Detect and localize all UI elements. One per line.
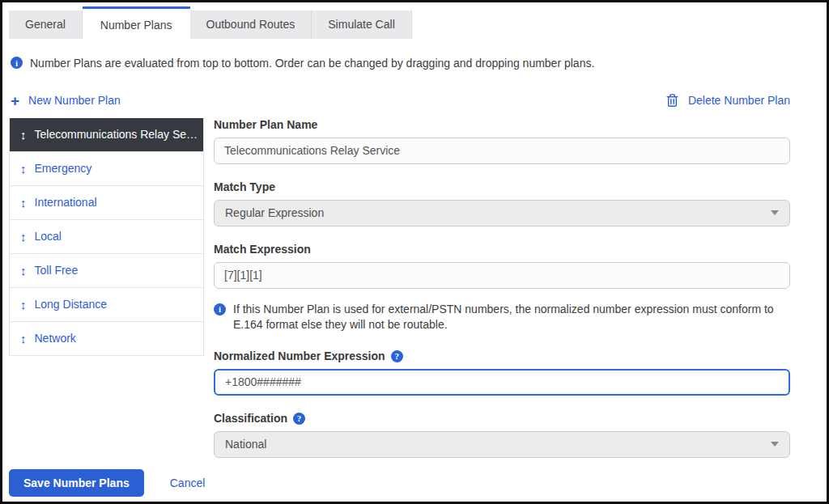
delete-number-plan-label: Delete Number Plan — [688, 94, 790, 107]
plan-item-long-distance[interactable]: ↕ Long Distance — [10, 288, 203, 322]
classification-select[interactable]: National — [214, 431, 790, 458]
match-type-select[interactable]: Regular Expression — [214, 200, 790, 227]
tab-bar: General Number Plans Outbound Routes Sim… — [2, 2, 827, 44]
info-banner: i Number Plans are evaluated from top to… — [11, 56, 818, 72]
number-plan-name-label: Number Plan Name — [214, 118, 790, 131]
plan-item-local[interactable]: ↕ Local — [10, 220, 203, 254]
number-plan-name-input[interactable] — [214, 138, 790, 164]
normalized-number-expression-label: Normalized Number Expression ? — [214, 349, 790, 362]
info-banner-text: Number Plans are evaluated from top to b… — [30, 56, 594, 72]
match-type-label: Match Type — [214, 180, 790, 193]
plan-item-toll-free[interactable]: ↕ Toll Free — [10, 254, 203, 288]
classification-label: Classification ? — [214, 412, 790, 425]
plan-item-telecommunications-relay-service[interactable]: ↕ Telecommunications Relay Se… — [10, 118, 203, 152]
drag-reorder-icon[interactable]: ↕ — [20, 163, 27, 175]
e164-note: i If this Number Plan is used for extern… — [214, 302, 790, 333]
tab-simulate-call[interactable]: Simulate Call — [312, 11, 411, 39]
info-icon: i — [214, 303, 226, 316]
footer-actions: Save Number Plans Cancel — [9, 469, 818, 497]
cancel-button[interactable]: Cancel — [170, 476, 206, 489]
plan-item-label: Local — [35, 230, 62, 243]
help-icon[interactable]: ? — [391, 350, 403, 362]
drag-reorder-icon[interactable]: ↕ — [20, 299, 27, 311]
plan-item-label: Emergency — [35, 162, 92, 175]
plan-item-label: Network — [35, 332, 76, 345]
plan-item-label: Telecommunications Relay Se… — [35, 128, 198, 141]
drag-reorder-icon[interactable]: ↕ — [20, 197, 27, 209]
number-plan-form: Number Plan Name Match Type Regular Expr… — [214, 118, 790, 458]
match-type-selected-value: Regular Expression — [225, 206, 324, 219]
number-plans-page: General Number Plans Outbound Routes Sim… — [0, 0, 829, 504]
classification-label-text: Classification — [214, 412, 287, 425]
drag-reorder-icon[interactable]: ↕ — [20, 231, 27, 243]
drag-reorder-icon[interactable]: ↕ — [20, 332, 27, 345]
plan-item-label: International — [35, 196, 97, 209]
match-expression-input[interactable] — [214, 262, 790, 289]
match-expression-label-text: Match Expression — [214, 243, 311, 256]
plan-item-label: Toll Free — [35, 264, 79, 277]
drag-reorder-icon[interactable]: ↕ — [20, 265, 27, 277]
actions-row: + New Number Plan Delete Number Plan — [11, 93, 790, 108]
number-plan-list: ↕ Telecommunications Relay Se… ↕ Emergen… — [9, 118, 204, 356]
tab-outbound-routes[interactable]: Outbound Routes — [190, 11, 312, 39]
normalized-number-expression-input[interactable] — [214, 369, 790, 396]
trash-icon — [665, 93, 679, 108]
classification-selected-value: National — [225, 438, 266, 451]
match-type-label-text: Match Type — [214, 180, 275, 193]
plan-item-network[interactable]: ↕ Network — [10, 322, 203, 355]
info-icon: i — [11, 57, 23, 69]
help-icon[interactable]: ? — [293, 413, 305, 425]
delete-number-plan-button[interactable]: Delete Number Plan — [665, 93, 790, 108]
plan-item-label: Long Distance — [35, 298, 108, 311]
chevron-down-icon — [771, 442, 779, 447]
tab-general[interactable]: General — [9, 11, 83, 39]
e164-note-text: If this Number Plan is used for external… — [233, 302, 790, 333]
chevron-down-icon — [771, 210, 779, 215]
plus-icon: + — [11, 93, 19, 108]
plan-item-emergency[interactable]: ↕ Emergency — [10, 152, 203, 186]
main-content: ↕ Telecommunications Relay Se… ↕ Emergen… — [9, 118, 790, 458]
new-number-plan-button[interactable]: + New Number Plan — [11, 93, 121, 108]
normalized-number-expression-label-text: Normalized Number Expression — [214, 349, 385, 362]
match-expression-label: Match Expression — [214, 243, 790, 256]
number-plan-name-label-text: Number Plan Name — [214, 118, 317, 131]
tab-number-plans[interactable]: Number Plans — [83, 6, 190, 42]
new-number-plan-label: New Number Plan — [28, 94, 121, 107]
drag-reorder-icon[interactable]: ↕ — [20, 129, 27, 141]
save-number-plans-button[interactable]: Save Number Plans — [9, 469, 144, 497]
plan-item-international[interactable]: ↕ International — [10, 186, 203, 220]
